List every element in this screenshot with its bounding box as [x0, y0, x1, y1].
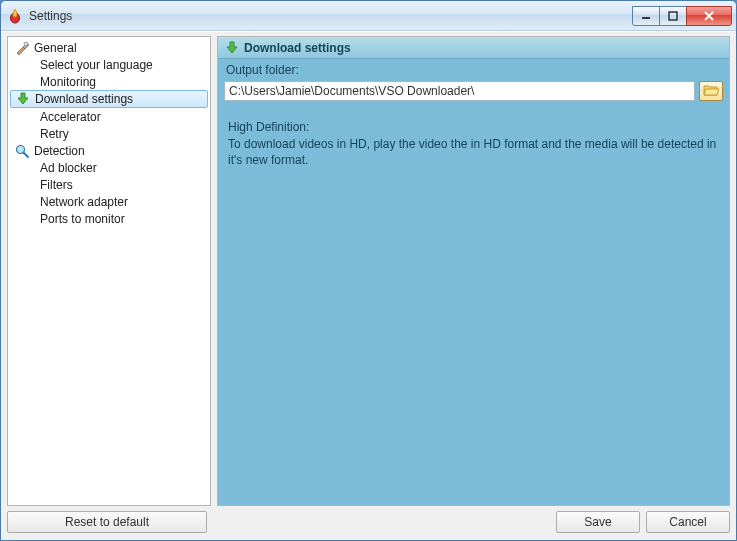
settings-window: Settings	[0, 0, 737, 541]
tree-item-detection[interactable]: Detection	[8, 142, 210, 159]
detail-header-title: Download settings	[244, 41, 351, 55]
save-button[interactable]: Save	[556, 511, 640, 533]
output-folder-label: Output folder:	[226, 63, 723, 77]
tree-item-label: Retry	[40, 127, 69, 141]
tree-item-label: Select your language	[40, 58, 153, 72]
button-label: Reset to default	[65, 515, 149, 529]
tree-item-retry[interactable]: Retry	[8, 125, 210, 142]
client-area: General Select your language Monitoring …	[1, 31, 736, 540]
tree-item-label: Ports to monitor	[40, 212, 125, 226]
tree-item-general[interactable]: General	[8, 39, 210, 56]
tree-item-accelerator[interactable]: Accelerator	[8, 108, 210, 125]
svg-line-7	[24, 152, 29, 157]
browse-folder-button[interactable]	[699, 81, 723, 101]
maximize-icon	[668, 11, 678, 21]
button-label: Cancel	[669, 515, 706, 529]
tree-item-label: General	[34, 41, 77, 55]
button-label: Save	[584, 515, 611, 529]
minimize-icon	[641, 11, 651, 21]
tools-icon	[14, 40, 30, 56]
window-title: Settings	[29, 9, 633, 23]
download-arrow-icon	[224, 40, 240, 56]
svg-point-5	[24, 42, 28, 46]
detail-pane: Download settings Output folder:	[217, 36, 730, 506]
close-button[interactable]	[686, 6, 732, 26]
tree-item-label: Ad blocker	[40, 161, 97, 175]
tree-item-network-adapter[interactable]: Network adapter	[8, 193, 210, 210]
tree-item-ad-blocker[interactable]: Ad blocker	[8, 159, 210, 176]
tree-item-label: Detection	[34, 144, 85, 158]
tree-item-label: Monitoring	[40, 75, 96, 89]
detail-header: Download settings	[218, 37, 729, 59]
high-definition-info: High Definition: To download videos in H…	[218, 105, 729, 183]
hd-title: High Definition:	[228, 119, 719, 135]
tree-item-select-language[interactable]: Select your language	[8, 56, 210, 73]
window-controls	[633, 6, 732, 26]
tree-item-download-settings[interactable]: Download settings	[10, 90, 208, 108]
app-icon	[7, 8, 23, 24]
reset-to-default-button[interactable]: Reset to default	[7, 511, 207, 533]
tree-item-ports-to-monitor[interactable]: Ports to monitor	[8, 210, 210, 227]
bottom-bar: Reset to default Save Cancel	[1, 508, 736, 540]
main-row: General Select your language Monitoring …	[1, 32, 736, 508]
minimize-button[interactable]	[632, 6, 660, 26]
output-folder-input[interactable]	[224, 81, 695, 101]
titlebar[interactable]: Settings	[1, 1, 736, 31]
close-icon	[703, 11, 715, 21]
settings-tree[interactable]: General Select your language Monitoring …	[7, 36, 211, 506]
tree-item-label: Accelerator	[40, 110, 101, 124]
tree-item-label: Filters	[40, 178, 73, 192]
download-arrow-icon	[15, 91, 31, 107]
hd-text: To download videos in HD, play the video…	[228, 136, 719, 168]
cancel-button[interactable]: Cancel	[646, 511, 730, 533]
svg-rect-2	[669, 12, 677, 20]
magnifier-icon	[14, 143, 30, 159]
maximize-button[interactable]	[659, 6, 687, 26]
svg-rect-1	[642, 17, 650, 19]
tree-item-monitoring[interactable]: Monitoring	[8, 73, 210, 90]
tree-item-filters[interactable]: Filters	[8, 176, 210, 193]
tree-item-label: Network adapter	[40, 195, 128, 209]
folder-icon	[703, 83, 719, 100]
tree-item-label: Download settings	[35, 92, 133, 106]
